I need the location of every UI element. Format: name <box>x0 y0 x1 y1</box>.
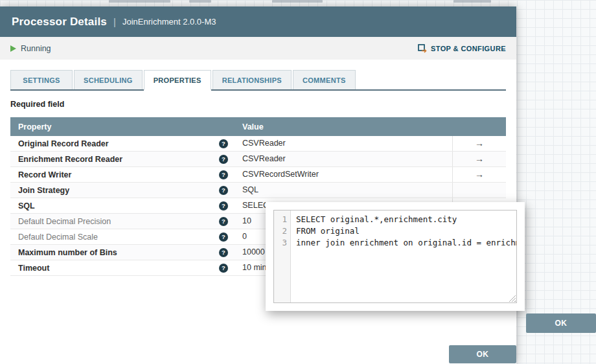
line-number: 1 <box>274 214 287 225</box>
help-icon[interactable]: ? <box>219 139 228 148</box>
status-bar: Running STOP & CONFIGURE <box>0 37 516 60</box>
code-area[interactable]: SELECT original.*,enrichment.cityFROM or… <box>291 210 516 302</box>
property-name: SQL <box>18 201 35 210</box>
title-divider: | <box>113 16 116 27</box>
dialog-title: Processor Details <box>12 16 107 28</box>
goto-cell-empty <box>452 183 506 198</box>
help-icon[interactable]: ? <box>219 170 228 179</box>
run-status: Running <box>10 44 51 53</box>
line-number-gutter: 123 <box>274 210 291 302</box>
property-cell: Maximum number of Bins? <box>10 245 235 260</box>
property-name: Maximum number of Bins <box>18 248 117 257</box>
property-cell: Default Decimal Scale? <box>10 229 235 244</box>
property-name: Timeout <box>18 264 49 273</box>
property-name: Join Strategy <box>18 186 69 195</box>
sql-code-editor[interactable]: 123 SELECT original.*,enrichment.cityFRO… <box>273 210 517 303</box>
property-cell: Join Strategy? <box>10 183 235 198</box>
go-to-service-arrow-icon[interactable]: → <box>452 152 506 166</box>
tab-settings[interactable]: SETTINGS <box>10 70 73 89</box>
status-label: Running <box>21 44 51 53</box>
go-to-service-arrow-icon[interactable]: → <box>452 136 506 151</box>
value-editor-popup: 123 SELECT original.*,enrichment.cityFRO… <box>266 202 596 333</box>
property-name: Default Decimal Precision <box>18 217 111 226</box>
canvas-clipped-text <box>109 0 170 3</box>
property-name: Default Decimal Scale <box>18 233 98 242</box>
property-value[interactable]: SQL <box>235 183 452 198</box>
table-row: Record Writer?CSVRecordSetWriter→ <box>10 167 506 183</box>
property-name: Record Writer <box>18 170 71 179</box>
code-line: inner join enrichment on original.id = e… <box>296 237 516 249</box>
canvas-clipped-text <box>272 0 323 3</box>
stop-configure-icon <box>418 44 427 53</box>
property-cell: Original Record Reader? <box>10 136 235 151</box>
help-icon[interactable]: ? <box>219 233 228 242</box>
help-icon[interactable]: ? <box>219 155 228 164</box>
editor-ok-button[interactable]: OK <box>526 313 596 333</box>
property-value[interactable]: CSVReader <box>235 136 452 151</box>
canvas-clipped-text <box>453 0 491 3</box>
tab-comments[interactable]: COMMENTS <box>293 70 356 89</box>
column-header-property: Property <box>10 122 235 131</box>
sql-editor-panel: 123 SELECT original.*,enrichment.cityFRO… <box>266 202 525 311</box>
table-row: Join Strategy?SQL <box>10 183 506 198</box>
help-icon[interactable]: ? <box>219 264 228 273</box>
tab-properties[interactable]: PROPERTIES <box>144 70 211 91</box>
code-line: SELECT original.*,enrichment.city <box>296 214 516 225</box>
property-cell: Timeout? <box>10 260 235 275</box>
line-number: 3 <box>274 237 287 249</box>
property-cell: Default Decimal Precision? <box>10 214 235 229</box>
canvas-clipped-text <box>189 0 211 3</box>
property-cell: Enrichment Record Reader? <box>10 152 235 166</box>
help-icon[interactable]: ? <box>219 186 228 195</box>
table-row: Original Record Reader?CSVReader→ <box>10 136 506 152</box>
help-icon[interactable]: ? <box>219 248 228 257</box>
table-header-row: Property Value <box>10 117 506 136</box>
column-header-value: Value <box>235 122 452 131</box>
tab-bar: SETTINGSSCHEDULINGPROPERTIESRELATIONSHIP… <box>10 70 506 91</box>
processor-name-version: JoinEnrichment 2.0.0-M3 <box>122 17 216 27</box>
tab-relationships[interactable]: RELATIONSHIPS <box>212 70 292 89</box>
property-name: Enrichment Record Reader <box>18 155 122 164</box>
code-line: FROM original <box>296 225 516 237</box>
property-cell: Record Writer? <box>10 167 235 182</box>
go-to-service-arrow-icon[interactable]: → <box>452 167 506 182</box>
property-value[interactable]: CSVReader <box>235 152 452 166</box>
dialog-header: Processor Details | JoinEnrichment 2.0.0… <box>0 6 516 37</box>
required-field-label: Required field <box>10 100 506 109</box>
help-icon[interactable]: ? <box>219 217 228 226</box>
stop-configure-label: STOP & CONFIGURE <box>431 45 506 52</box>
property-value[interactable]: CSVRecordSetWriter <box>235 167 452 182</box>
tab-scheduling[interactable]: SCHEDULING <box>74 70 143 89</box>
property-name: Original Record Reader <box>18 139 109 148</box>
dialog-ok-button[interactable]: OK <box>449 345 516 363</box>
help-icon[interactable]: ? <box>219 201 228 210</box>
stop-and-configure-button[interactable]: STOP & CONFIGURE <box>418 44 506 53</box>
running-icon <box>10 45 16 52</box>
line-number: 2 <box>274 225 287 237</box>
property-cell: SQL? <box>10 198 235 213</box>
table-row: Enrichment Record Reader?CSVReader→ <box>10 152 506 167</box>
nifi-processor-details-screen: Processor Details | JoinEnrichment 2.0.0… <box>0 0 596 364</box>
